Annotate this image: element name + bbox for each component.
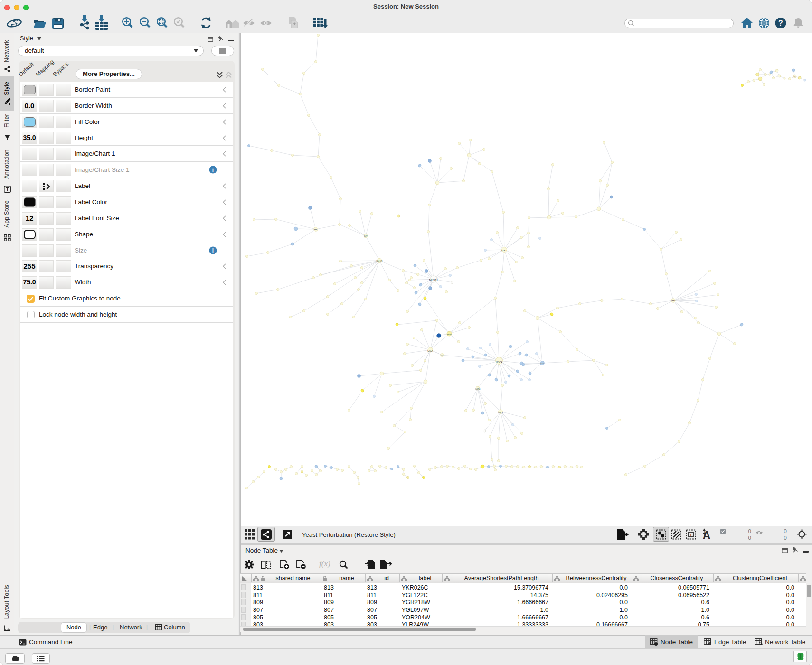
- svg-text:LNK8: LNK8: [671, 300, 675, 302]
- svg-text:i: i: [212, 167, 214, 173]
- svg-text:T: T: [689, 532, 692, 537]
- svg-text:YKE: YKE: [759, 78, 762, 80]
- svg-text:GAL4: GAL4: [427, 350, 433, 352]
- svg-text:RNP: RNP: [778, 75, 780, 77]
- svg-text:DTB: DTB: [425, 381, 427, 383]
- svg-text:SNF1: SNF1: [498, 411, 503, 413]
- svg-text:SLT7: SLT7: [364, 235, 368, 237]
- svg-text:9064 LPS: 9064 LPS: [376, 260, 382, 262]
- svg-text:CKI1: CKI1: [540, 363, 544, 365]
- svg-text:RAP1: RAP1: [496, 360, 502, 363]
- svg-text:FEH: FEH: [794, 76, 796, 77]
- svg-text:?: ?: [778, 19, 783, 27]
- svg-text:A: A: [703, 529, 711, 540]
- svg-text:TCF: TCF: [756, 74, 759, 75]
- svg-text:SNL: SNL: [537, 318, 539, 319]
- svg-text:i: i: [212, 247, 214, 254]
- svg-text:MIG1: MIG1: [447, 333, 452, 336]
- svg-text:YEL: YEL: [436, 182, 439, 184]
- svg-text:GND: GND: [597, 208, 600, 210]
- svg-text:SLP: SLP: [483, 431, 486, 432]
- svg-text:GCN4: GCN4: [475, 388, 481, 390]
- svg-text:MM1: MM1: [314, 229, 317, 231]
- svg-text:NTS: NTS: [441, 355, 444, 356]
- svg-text:FKL: FKL: [397, 215, 400, 217]
- svg-text:T: T: [6, 187, 9, 192]
- svg-text:MCM1: MCM1: [429, 278, 438, 281]
- svg-text:STE11: STE11: [501, 249, 508, 252]
